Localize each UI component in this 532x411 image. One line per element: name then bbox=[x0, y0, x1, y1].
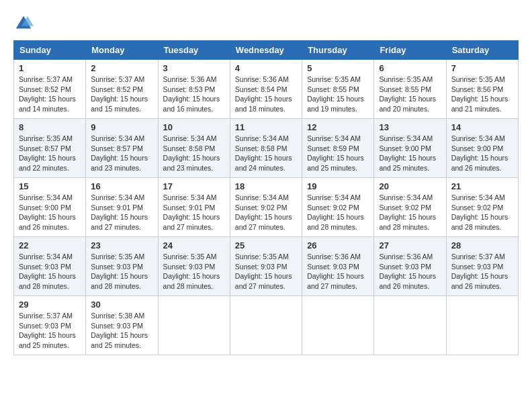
calendar-cell: 14 Sunrise: 5:34 AM Sunset: 9:00 PM Dayl… bbox=[446, 119, 518, 178]
day-detail: Sunrise: 5:35 AM Sunset: 9:03 PM Dayligh… bbox=[235, 252, 297, 291]
calendar-cell: 10 Sunrise: 5:34 AM Sunset: 8:58 PM Dayl… bbox=[158, 119, 230, 178]
calendar-cell: 12 Sunrise: 5:34 AM Sunset: 8:59 PM Dayl… bbox=[302, 119, 374, 178]
weekday-header-friday: Friday bbox=[374, 41, 446, 60]
calendar-cell bbox=[374, 296, 446, 355]
day-number: 2 bbox=[91, 63, 152, 73]
calendar-cell: 6 Sunrise: 5:35 AM Sunset: 8:55 PM Dayli… bbox=[374, 60, 446, 119]
calendar-cell bbox=[302, 296, 374, 355]
day-number: 7 bbox=[451, 63, 513, 73]
day-number: 13 bbox=[379, 122, 441, 132]
calendar-cell: 1 Sunrise: 5:37 AM Sunset: 8:52 PM Dayli… bbox=[14, 60, 86, 119]
day-detail: Sunrise: 5:36 AM Sunset: 8:53 PM Dayligh… bbox=[163, 75, 225, 114]
day-number: 23 bbox=[91, 240, 152, 250]
day-number: 19 bbox=[307, 181, 369, 191]
day-detail: Sunrise: 5:37 AM Sunset: 8:52 PM Dayligh… bbox=[19, 75, 81, 114]
calendar-cell: 24 Sunrise: 5:35 AM Sunset: 9:03 PM Dayl… bbox=[158, 237, 230, 296]
calendar-table: SundayMondayTuesdayWednesdayThursdayFrid… bbox=[13, 40, 519, 355]
calendar-cell: 3 Sunrise: 5:36 AM Sunset: 8:53 PM Dayli… bbox=[158, 60, 230, 119]
day-number: 24 bbox=[163, 240, 225, 250]
day-detail: Sunrise: 5:34 AM Sunset: 9:02 PM Dayligh… bbox=[235, 193, 297, 232]
day-number: 22 bbox=[19, 240, 81, 250]
calendar-cell: 20 Sunrise: 5:34 AM Sunset: 9:02 PM Dayl… bbox=[374, 178, 446, 237]
calendar-cell: 15 Sunrise: 5:34 AM Sunset: 9:00 PM Dayl… bbox=[14, 178, 86, 237]
calendar-cell: 18 Sunrise: 5:34 AM Sunset: 9:02 PM Dayl… bbox=[230, 178, 302, 237]
calendar-cell: 23 Sunrise: 5:35 AM Sunset: 9:03 PM Dayl… bbox=[86, 237, 158, 296]
day-number: 25 bbox=[235, 240, 297, 250]
day-detail: Sunrise: 5:36 AM Sunset: 8:54 PM Dayligh… bbox=[235, 75, 297, 114]
day-detail: Sunrise: 5:34 AM Sunset: 9:03 PM Dayligh… bbox=[19, 252, 81, 291]
calendar-cell: 16 Sunrise: 5:34 AM Sunset: 9:01 PM Dayl… bbox=[86, 178, 158, 237]
day-number: 11 bbox=[235, 122, 297, 132]
day-number: 27 bbox=[379, 240, 441, 250]
day-detail: Sunrise: 5:34 AM Sunset: 8:58 PM Dayligh… bbox=[235, 134, 297, 173]
calendar-cell bbox=[230, 296, 302, 355]
day-detail: Sunrise: 5:34 AM Sunset: 8:58 PM Dayligh… bbox=[163, 134, 225, 173]
day-detail: Sunrise: 5:37 AM Sunset: 9:03 PM Dayligh… bbox=[19, 311, 81, 351]
calendar-cell: 30 Sunrise: 5:38 AM Sunset: 9:03 PM Dayl… bbox=[86, 296, 158, 355]
weekday-header-sunday: Sunday bbox=[14, 41, 86, 60]
calendar-cell: 27 Sunrise: 5:36 AM Sunset: 9:03 PM Dayl… bbox=[374, 237, 446, 296]
day-number: 14 bbox=[451, 122, 513, 132]
day-number: 15 bbox=[19, 181, 81, 191]
weekday-header-monday: Monday bbox=[86, 41, 158, 60]
calendar-cell bbox=[158, 296, 230, 355]
calendar-cell: 28 Sunrise: 5:37 AM Sunset: 9:03 PM Dayl… bbox=[446, 237, 518, 296]
day-detail: Sunrise: 5:35 AM Sunset: 8:56 PM Dayligh… bbox=[451, 75, 513, 114]
day-number: 20 bbox=[379, 181, 441, 191]
calendar-cell bbox=[446, 296, 518, 355]
weekday-header-thursday: Thursday bbox=[302, 41, 374, 60]
day-number: 28 bbox=[451, 240, 513, 250]
day-number: 10 bbox=[163, 122, 225, 132]
day-number: 12 bbox=[307, 122, 369, 132]
calendar-cell: 22 Sunrise: 5:34 AM Sunset: 9:03 PM Dayl… bbox=[14, 237, 86, 296]
calendar-cell: 17 Sunrise: 5:34 AM Sunset: 9:01 PM Dayl… bbox=[158, 178, 230, 237]
day-number: 8 bbox=[19, 122, 81, 132]
calendar-cell: 2 Sunrise: 5:37 AM Sunset: 8:52 PM Dayli… bbox=[86, 60, 158, 119]
weekday-header-tuesday: Tuesday bbox=[158, 41, 230, 60]
day-number: 18 bbox=[235, 181, 297, 191]
day-detail: Sunrise: 5:34 AM Sunset: 9:00 PM Dayligh… bbox=[379, 134, 441, 173]
day-detail: Sunrise: 5:35 AM Sunset: 9:03 PM Dayligh… bbox=[91, 252, 152, 291]
day-detail: Sunrise: 5:37 AM Sunset: 8:52 PM Dayligh… bbox=[91, 75, 152, 114]
calendar-cell: 4 Sunrise: 5:36 AM Sunset: 8:54 PM Dayli… bbox=[230, 60, 302, 119]
day-detail: Sunrise: 5:34 AM Sunset: 8:59 PM Dayligh… bbox=[307, 134, 369, 173]
weekday-header-saturday: Saturday bbox=[446, 41, 518, 60]
day-detail: Sunrise: 5:34 AM Sunset: 9:02 PM Dayligh… bbox=[451, 193, 513, 232]
calendar-cell: 13 Sunrise: 5:34 AM Sunset: 9:00 PM Dayl… bbox=[374, 119, 446, 178]
day-detail: Sunrise: 5:35 AM Sunset: 8:55 PM Dayligh… bbox=[307, 75, 369, 114]
day-number: 30 bbox=[91, 300, 152, 310]
calendar-cell: 29 Sunrise: 5:37 AM Sunset: 9:03 PM Dayl… bbox=[14, 296, 86, 355]
day-number: 5 bbox=[307, 63, 369, 73]
calendar-cell: 5 Sunrise: 5:35 AM Sunset: 8:55 PM Dayli… bbox=[302, 60, 374, 119]
day-detail: Sunrise: 5:34 AM Sunset: 9:00 PM Dayligh… bbox=[451, 134, 513, 173]
calendar-cell: 11 Sunrise: 5:34 AM Sunset: 8:58 PM Dayl… bbox=[230, 119, 302, 178]
day-detail: Sunrise: 5:38 AM Sunset: 9:03 PM Dayligh… bbox=[91, 311, 152, 351]
calendar-cell: 8 Sunrise: 5:35 AM Sunset: 8:57 PM Dayli… bbox=[14, 119, 86, 178]
day-detail: Sunrise: 5:34 AM Sunset: 8:57 PM Dayligh… bbox=[91, 134, 152, 173]
day-number: 3 bbox=[163, 63, 225, 73]
day-number: 29 bbox=[19, 300, 81, 310]
logo bbox=[13, 13, 38, 34]
day-number: 26 bbox=[307, 240, 369, 250]
calendar-cell: 21 Sunrise: 5:34 AM Sunset: 9:02 PM Dayl… bbox=[446, 178, 518, 237]
day-detail: Sunrise: 5:35 AM Sunset: 8:57 PM Dayligh… bbox=[19, 134, 81, 173]
day-number: 17 bbox=[163, 181, 225, 191]
day-detail: Sunrise: 5:34 AM Sunset: 9:02 PM Dayligh… bbox=[307, 193, 369, 232]
weekday-header-wednesday: Wednesday bbox=[230, 41, 302, 60]
page-header bbox=[13, 13, 519, 34]
calendar-cell: 26 Sunrise: 5:36 AM Sunset: 9:03 PM Dayl… bbox=[302, 237, 374, 296]
day-number: 6 bbox=[379, 63, 441, 73]
day-detail: Sunrise: 5:36 AM Sunset: 9:03 PM Dayligh… bbox=[379, 252, 441, 291]
day-number: 4 bbox=[235, 63, 297, 73]
day-detail: Sunrise: 5:34 AM Sunset: 9:00 PM Dayligh… bbox=[19, 193, 81, 232]
day-detail: Sunrise: 5:34 AM Sunset: 9:02 PM Dayligh… bbox=[379, 193, 441, 232]
day-detail: Sunrise: 5:35 AM Sunset: 8:55 PM Dayligh… bbox=[379, 75, 441, 114]
day-detail: Sunrise: 5:36 AM Sunset: 9:03 PM Dayligh… bbox=[307, 252, 369, 291]
day-detail: Sunrise: 5:34 AM Sunset: 9:01 PM Dayligh… bbox=[91, 193, 152, 232]
day-number: 1 bbox=[19, 63, 81, 73]
logo-icon bbox=[13, 13, 34, 34]
day-number: 16 bbox=[91, 181, 152, 191]
calendar-cell: 9 Sunrise: 5:34 AM Sunset: 8:57 PM Dayli… bbox=[86, 119, 158, 178]
day-number: 9 bbox=[91, 122, 152, 132]
calendar-cell: 25 Sunrise: 5:35 AM Sunset: 9:03 PM Dayl… bbox=[230, 237, 302, 296]
